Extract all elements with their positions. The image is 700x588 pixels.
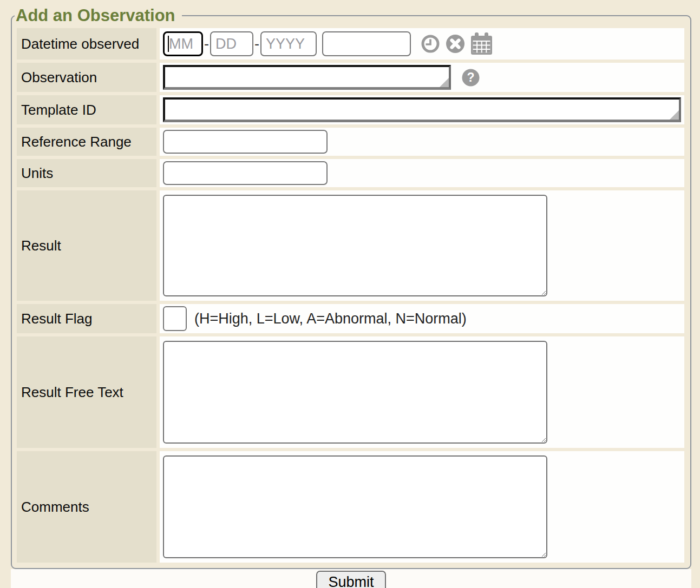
observation-fieldset: Add an Observation Datetime observed - -: [11, 6, 691, 569]
year-input[interactable]: [260, 31, 317, 56]
row-observation: Observation ?: [17, 63, 684, 92]
template-id-select[interactable]: [165, 100, 679, 120]
submit-button[interactable]: Submit: [316, 571, 385, 588]
row-result-free-text: Result Free Text: [17, 336, 684, 448]
result-free-text-label: Result Free Text: [17, 336, 156, 448]
form-title: Add an Observation: [15, 6, 182, 25]
question-circle-icon[interactable]: ?: [462, 69, 480, 87]
add-observation-form: Add an Observation Datetime observed - -: [11, 6, 691, 588]
time-input[interactable]: [322, 31, 411, 56]
row-result: Result: [17, 190, 684, 301]
reference-range-label: Reference Range: [17, 128, 156, 156]
comments-label: Comments: [17, 451, 156, 563]
result-flag-label: Result Flag: [17, 304, 156, 333]
row-template-id: Template ID: [17, 95, 684, 124]
observation-label: Observation: [17, 63, 156, 92]
row-comments: Comments: [17, 451, 684, 563]
clear-icon[interactable]: [446, 34, 465, 54]
units-input[interactable]: [163, 161, 328, 185]
row-units: Units: [17, 159, 684, 187]
month-input[interactable]: [163, 31, 203, 56]
calendar-icon[interactable]: [470, 32, 493, 55]
units-label: Units: [17, 159, 156, 187]
clock-icon[interactable]: [421, 34, 440, 54]
form-table: Datetime observed - -: [14, 25, 688, 566]
datetime-observed-label: Datetime observed: [17, 28, 156, 60]
row-datetime-observed: Datetime observed - -: [17, 28, 684, 60]
result-label: Result: [17, 190, 156, 301]
svg-text:?: ?: [467, 70, 475, 84]
date-separator: -: [204, 36, 209, 52]
result-flag-hint: (H=High, L=Low, A=Abnormal, N=Normal): [194, 310, 467, 327]
row-result-flag: Result Flag (H=High, L=Low, A=Abnormal, …: [17, 304, 684, 333]
row-reference-range: Reference Range: [17, 128, 684, 156]
reference-range-input[interactable]: [163, 130, 328, 154]
template-id-label: Template ID: [17, 95, 156, 124]
result-textarea[interactable]: [163, 195, 547, 296]
result-flag-input[interactable]: [163, 306, 187, 331]
day-input[interactable]: [210, 31, 253, 56]
text-caret: [168, 36, 169, 52]
observation-select[interactable]: [165, 67, 449, 87]
date-separator: -: [254, 36, 259, 52]
comments-textarea[interactable]: [163, 455, 547, 558]
submit-row: Submit: [11, 569, 691, 588]
result-free-text-textarea[interactable]: [163, 341, 547, 444]
